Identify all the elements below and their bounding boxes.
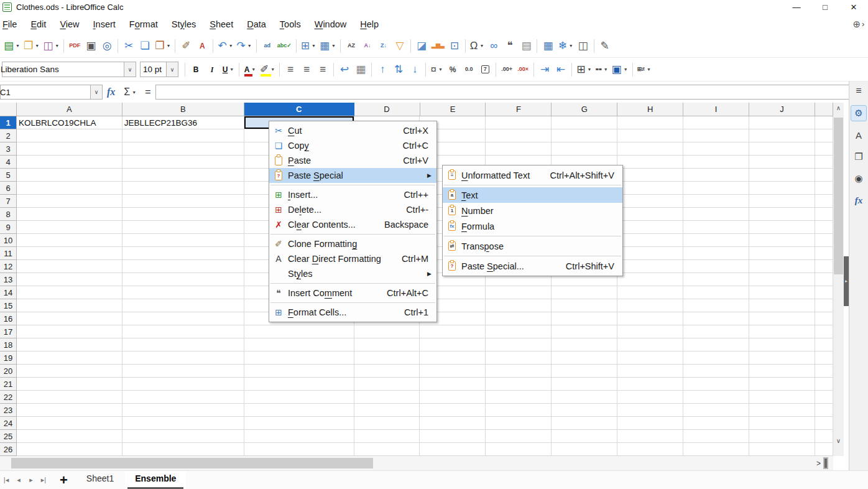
cell-D26[interactable] [354, 443, 420, 456]
cell-J16[interactable] [749, 312, 815, 325]
cell-C20[interactable] [244, 365, 354, 378]
font-color-button[interactable]: A▼ [242, 61, 258, 78]
cell-A24[interactable] [17, 417, 122, 430]
cell-partial7[interactable] [815, 195, 833, 208]
cell-I7[interactable] [683, 195, 749, 208]
globe-download-icon[interactable]: ⊕ [852, 19, 861, 30]
cell-J15[interactable] [749, 299, 815, 312]
sheet-tab-sheet1[interactable]: Sheet1 [76, 471, 124, 489]
cell-D18[interactable] [354, 338, 420, 352]
cell-A7[interactable] [17, 195, 122, 208]
menu-window[interactable]: Window [308, 16, 354, 33]
delete-decimal-place-button[interactable]: .00× [515, 61, 531, 78]
cell-partial4[interactable] [815, 156, 833, 169]
row-header-19[interactable]: 19 [0, 352, 17, 365]
cell-H16[interactable] [617, 312, 683, 325]
cell-I14[interactable] [683, 286, 749, 299]
cell-H22[interactable] [617, 391, 683, 404]
cell-H25[interactable] [617, 430, 683, 443]
align-top-button[interactable]: ↑ [374, 61, 390, 78]
sort-button[interactable]: AZ [343, 37, 359, 55]
column-header-A[interactable]: A [17, 103, 122, 116]
row-header-7[interactable]: 7 [0, 195, 17, 208]
cell-H12[interactable] [617, 260, 683, 273]
close-button[interactable]: ✕ [839, 0, 868, 14]
cell-B22[interactable] [122, 391, 244, 404]
cell-H9[interactable] [617, 221, 683, 234]
menu-item-copy[interactable]: ❏CopyCtrl+C [269, 138, 436, 153]
cell-J3[interactable] [749, 142, 815, 156]
cell-E24[interactable] [420, 417, 486, 430]
cell-G1[interactable] [552, 116, 617, 129]
scroll-down-icon[interactable]: ∨ [833, 435, 844, 446]
menu-item-paste[interactable]: PasteCtrl+V [269, 153, 436, 168]
cell-C26[interactable] [244, 443, 354, 456]
menu-item-paste-formula[interactable]: fxFormula [443, 218, 622, 234]
cut-button[interactable]: ✂ [121, 37, 137, 55]
row-header-9[interactable]: 9 [0, 221, 17, 234]
autofilter-button[interactable]: ▽ [392, 37, 408, 55]
cell-B24[interactable] [122, 417, 244, 430]
cell-partial10[interactable] [815, 234, 833, 247]
cell-B26[interactable] [122, 443, 244, 456]
menu-styles[interactable]: Styles [165, 16, 203, 33]
menu-item-cut[interactable]: ✂CutCtrl+X [269, 123, 436, 138]
cell-H6[interactable] [617, 182, 683, 195]
cell-E21[interactable] [420, 378, 486, 391]
cell-partial20[interactable] [815, 365, 833, 378]
row-header-22[interactable]: 22 [0, 391, 17, 404]
format-as-number-button[interactable]: 0.0 [461, 61, 477, 78]
cell-partial17[interactable] [815, 325, 833, 338]
row-header-23[interactable]: 23 [0, 404, 17, 417]
cell-J24[interactable] [749, 417, 815, 430]
format-as-date-button[interactable]: 7 [477, 61, 493, 78]
row-header-12[interactable]: 12 [0, 260, 17, 273]
cell-J17[interactable] [749, 325, 815, 338]
cell-J19[interactable] [749, 352, 815, 365]
cell-I23[interactable] [683, 404, 749, 417]
cell-A16[interactable] [17, 312, 122, 325]
menu-item-insert-cells[interactable]: ⊞Insert...Ctrl++ [269, 187, 436, 202]
menu-item-insert-comment[interactable]: ❝Insert CommentCtrl+Alt+C [269, 286, 436, 300]
cell-I2[interactable] [683, 129, 749, 142]
cell-H14[interactable] [617, 286, 683, 299]
cell-E26[interactable] [420, 443, 486, 456]
cell-A25[interactable] [17, 430, 122, 443]
align-bottom-button[interactable]: ↓ [407, 61, 423, 78]
cell-B7[interactable] [122, 195, 244, 208]
navigator-icon[interactable]: ◉ [851, 170, 867, 187]
hyperlink-button[interactable]: ∞ [486, 37, 502, 55]
save-button[interactable]: ◫▼ [41, 37, 61, 55]
row-header-20[interactable]: 20 [0, 365, 17, 378]
cell-J14[interactable] [749, 286, 815, 299]
cell-B4[interactable] [122, 156, 244, 169]
align-center-button[interactable]: ≡ [298, 61, 315, 78]
cell-I15[interactable] [683, 299, 749, 312]
menu-tools[interactable]: Tools [273, 16, 308, 33]
open-file-button[interactable]: ❐▼ [22, 37, 41, 55]
cell-G24[interactable] [552, 417, 617, 430]
cell-partial14[interactable] [815, 286, 833, 299]
freeze-rows-columns-dropdown-icon[interactable]: ▼ [569, 44, 573, 48]
cell-H10[interactable] [617, 234, 683, 247]
cell-F1[interactable] [486, 116, 552, 129]
cell-B11[interactable] [122, 247, 244, 260]
cell-I9[interactable] [683, 221, 749, 234]
cell-partial3[interactable] [815, 142, 833, 156]
cell-H18[interactable] [617, 338, 683, 352]
new-document-button[interactable]: ▤▼ [2, 37, 22, 55]
cell-A12[interactable] [17, 260, 122, 273]
cell-H8[interactable] [617, 208, 683, 221]
row-header-14[interactable]: 14 [0, 286, 17, 299]
row-header-16[interactable]: 16 [0, 312, 17, 325]
conditional-formatting-button[interactable]: ⊞≠▼ [635, 61, 653, 78]
underline-dropdown-icon[interactable]: ▼ [229, 67, 234, 72]
cell-E23[interactable] [420, 404, 486, 417]
cell-B2[interactable] [122, 129, 244, 142]
cell-E22[interactable] [420, 391, 486, 404]
align-right-button[interactable]: ≡ [315, 61, 331, 78]
cell-J8[interactable] [749, 208, 815, 221]
cell-A5[interactable] [17, 169, 122, 182]
menu-edit[interactable]: Edit [24, 16, 53, 33]
cell-C22[interactable] [244, 391, 354, 404]
